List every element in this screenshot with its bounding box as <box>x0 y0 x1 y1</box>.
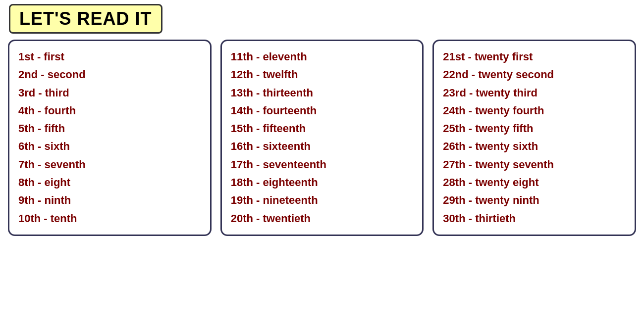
list-item: 8th - eight <box>18 174 201 191</box>
list-item: 3rd - third <box>18 84 201 102</box>
list-item: 13th - thirteenth <box>231 84 414 102</box>
list-item: 29th - twenty ninth <box>443 191 626 209</box>
list-item: 26th - twenty sixth <box>443 138 626 155</box>
list-item: 11th - eleventh <box>231 48 414 66</box>
title-box: LET'S READ IT <box>9 4 162 34</box>
list-item: 22nd - twenty second <box>443 66 626 84</box>
list-item: 18th - eighteenth <box>231 174 414 191</box>
list-item: 10th - tenth <box>18 210 201 228</box>
list-item: 20th - twentieth <box>231 210 414 228</box>
list-item: 19th - nineteenth <box>231 191 414 209</box>
list-item: 27th - twenty seventh <box>443 156 626 174</box>
page-header: LET'S READ IT <box>4 4 640 40</box>
column-2: 11th - eleventh12th - twelfth13th - thir… <box>220 40 424 236</box>
list-item: 6th - sixth <box>18 138 201 155</box>
list-item: 5th - fifth <box>18 120 201 138</box>
list-item: 12th - twelfth <box>231 66 414 84</box>
list-item: 2nd - second <box>18 66 201 84</box>
columns-wrapper: 1st - first2nd - second3rd - third4th - … <box>4 40 640 236</box>
list-item: 21st - twenty first <box>443 48 626 66</box>
page-title: LET'S READ IT <box>19 8 152 29</box>
list-item: 9th - ninth <box>18 191 201 209</box>
list-item: 7th - seventh <box>18 156 201 174</box>
list-item: 25th - twenty fifth <box>443 120 626 138</box>
list-item: 17th - seventeenth <box>231 156 414 174</box>
list-item: 23rd - twenty third <box>443 84 626 102</box>
list-item: 15th - fifteenth <box>231 120 414 138</box>
list-item: 4th - fourth <box>18 102 201 120</box>
list-item: 28th - twenty eight <box>443 174 626 191</box>
column-3: 21st - twenty first22nd - twenty second … <box>432 40 636 236</box>
list-item: 1st - first <box>18 48 201 66</box>
list-item: 30th - thirtieth <box>443 210 626 228</box>
list-item: 16th - sixteenth <box>231 138 414 155</box>
column-1: 1st - first2nd - second3rd - third4th - … <box>8 40 212 236</box>
list-item: 14th - fourteenth <box>231 102 414 120</box>
list-item: 24th - twenty fourth <box>443 102 626 120</box>
